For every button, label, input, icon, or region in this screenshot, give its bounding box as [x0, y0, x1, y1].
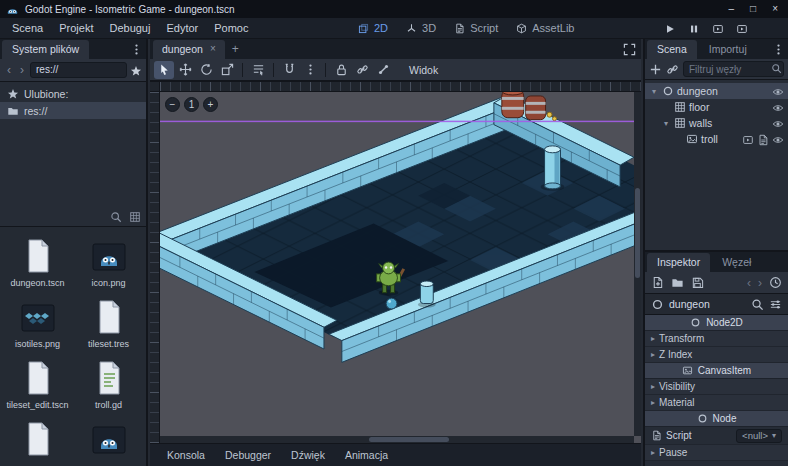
snap-options-icon[interactable]: [300, 61, 320, 79]
expander-icon[interactable]: ▾: [661, 119, 671, 128]
minimize-button[interactable]: –: [729, 4, 735, 14]
visibility-eye-icon[interactable]: [772, 132, 784, 145]
tree-item-root[interactable]: res://: [0, 102, 146, 119]
tab-node[interactable]: Węzeł: [712, 253, 761, 272]
file-view-toggle-icon[interactable]: [129, 210, 141, 223]
play-scene-button[interactable]: [712, 21, 724, 34]
bottom-tab-konsola[interactable]: Konsola: [158, 446, 214, 464]
pause-button[interactable]: [688, 21, 700, 34]
property-search-icon[interactable]: [751, 297, 764, 311]
history-back-icon[interactable]: ‹: [747, 277, 751, 289]
lock-object-button[interactable]: [331, 61, 351, 79]
play-button[interactable]: [664, 21, 676, 34]
workspace-3d[interactable]: 3D: [398, 20, 444, 36]
instance-scene-button[interactable]: [666, 62, 679, 76]
view-menu-button[interactable]: Widok: [402, 62, 445, 78]
zoom-in-button[interactable]: +: [203, 97, 218, 112]
scale-tool-button[interactable]: [217, 61, 237, 79]
menu-pomoc[interactable]: Pomoc: [206, 20, 256, 36]
file-item-tileset_edit.tscn[interactable]: tileset_edit.tscn: [2, 358, 73, 410]
workspace-2d[interactable]: 2D: [350, 20, 396, 36]
file-item-tileset.tres[interactable]: tileset.tres: [73, 297, 144, 349]
file-item-icon.png[interactable]: icon.png: [73, 236, 144, 288]
filter-nodes-input[interactable]: [683, 61, 784, 77]
property-value-dropdown[interactable]: <null>▾: [736, 429, 782, 443]
file-grid: dungeon.tscnicon.pngisotiles.pngtileset.…: [0, 228, 146, 466]
tab-close-icon[interactable]: ×: [210, 44, 216, 54]
object-tools-icon[interactable]: [769, 297, 782, 311]
scene-panel-menu-icon[interactable]: [772, 42, 785, 56]
nav-forward-button[interactable]: ›: [17, 64, 27, 76]
history-icon[interactable]: [769, 276, 782, 290]
load-resource-icon[interactable]: [671, 276, 684, 290]
ruler-horizontal: [160, 82, 641, 92]
horizontal-scrollbar-thumb[interactable]: [369, 437, 450, 442]
scene-tab-dungeon[interactable]: dungeon ×: [153, 40, 225, 59]
skeleton-options-button[interactable]: [373, 61, 393, 79]
nav-back-button[interactable]: ‹: [4, 64, 14, 76]
group-object-button[interactable]: [352, 61, 372, 79]
group-z-index[interactable]: ▸Z Index: [645, 347, 788, 363]
scene-node-troll[interactable]: troll: [645, 131, 788, 147]
group-label: Visibility: [659, 381, 695, 392]
scene-node-walls[interactable]: ▾walls: [645, 115, 788, 131]
menu-projekt[interactable]: Projekt: [51, 20, 101, 36]
tab-import[interactable]: Importuj: [699, 40, 757, 59]
maximize-button[interactable]: □: [750, 4, 756, 14]
file-item-dungeon.tscn[interactable]: dungeon.tscn: [2, 236, 73, 288]
new-scene-tab-button[interactable]: +: [225, 43, 246, 59]
group-material[interactable]: ▸Material: [645, 395, 788, 411]
tab-filesystem[interactable]: System plików: [2, 40, 89, 59]
tab-inspector[interactable]: Inspektor: [647, 253, 710, 272]
workspace-assetlib[interactable]: AssetLib: [508, 20, 582, 36]
scene-node-dungeon[interactable]: ▾dungeon: [645, 83, 788, 99]
horizontal-scrollbar[interactable]: [160, 436, 634, 443]
path-field[interactable]: res://: [30, 62, 127, 78]
filesystem-menu-icon[interactable]: [130, 42, 143, 56]
add-node-button[interactable]: [649, 62, 662, 76]
script-icon[interactable]: [757, 132, 769, 145]
open-instance-icon[interactable]: [742, 132, 754, 145]
scene-node-floor[interactable]: floor: [645, 99, 788, 115]
tab-scene[interactable]: Scena: [647, 40, 697, 59]
visibility-eye-icon[interactable]: [772, 84, 784, 97]
group-transform[interactable]: ▸Transform: [645, 331, 788, 347]
bottom-tab-dźwięk[interactable]: Dźwięk: [282, 446, 334, 464]
menu-edytor[interactable]: Edytor: [158, 20, 206, 36]
bottom-tab-debugger[interactable]: Debugger: [216, 446, 280, 464]
visibility-eye-icon[interactable]: [772, 100, 784, 113]
play-custom-scene-button[interactable]: [736, 21, 748, 34]
rotate-tool-button[interactable]: [196, 61, 216, 79]
select-tool-button[interactable]: [154, 61, 174, 79]
group-visibility[interactable]: ▸Visibility: [645, 379, 788, 395]
workspace-script[interactable]: Script: [446, 20, 506, 36]
new-resource-icon[interactable]: [651, 276, 664, 290]
file-item-isotiles.png[interactable]: isotiles.png: [2, 297, 73, 349]
menu-debuguj[interactable]: Debuguj: [101, 20, 158, 36]
move-tool-button[interactable]: [175, 61, 195, 79]
file-item[interactable]: [2, 419, 73, 461]
pillar[interactable]: [541, 146, 565, 191]
zoom-out-button[interactable]: −: [165, 97, 180, 112]
menu-scena[interactable]: Scena: [4, 20, 51, 36]
save-resource-icon[interactable]: [691, 276, 704, 290]
file-item-troll.gd[interactable]: troll.gd: [73, 358, 144, 410]
history-forward-icon[interactable]: ›: [758, 277, 762, 289]
zoom-reset-button[interactable]: 1: [184, 97, 199, 112]
distraction-free-icon[interactable]: [623, 42, 636, 56]
favorite-toggle-icon[interactable]: [130, 63, 142, 76]
close-button[interactable]: ×: [772, 4, 778, 14]
file-item[interactable]: [73, 419, 144, 461]
bottom-tab-animacja[interactable]: Animacja: [336, 446, 397, 464]
ball[interactable]: [386, 298, 397, 309]
snap-toggle-button[interactable]: [279, 61, 299, 79]
filesystem-search-icon[interactable]: [110, 210, 122, 223]
vertical-scrollbar-thumb[interactable]: [635, 188, 640, 277]
visibility-eye-icon[interactable]: [772, 116, 784, 129]
expander-icon[interactable]: ▾: [649, 87, 659, 96]
list-select-tool-button[interactable]: [248, 61, 268, 79]
vertical-scrollbar[interactable]: [634, 92, 641, 436]
vase[interactable]: [418, 281, 436, 307]
group-pause[interactable]: ▸Pause: [645, 445, 788, 461]
viewport-canvas[interactable]: − 1 +: [160, 92, 634, 436]
